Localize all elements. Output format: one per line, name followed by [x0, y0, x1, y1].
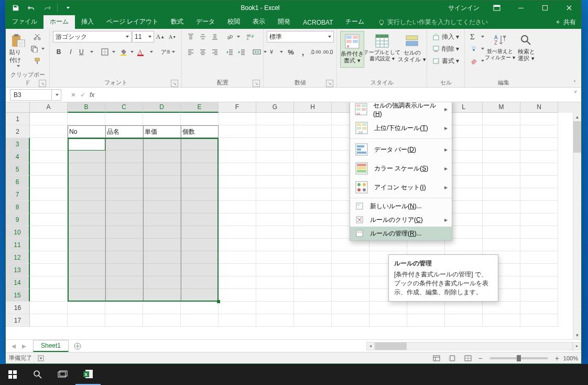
cell-E12[interactable] [181, 251, 219, 264]
tab-home[interactable]: ホーム [43, 15, 75, 29]
cell-F3[interactable] [219, 138, 256, 151]
cell-G14[interactable] [256, 276, 294, 289]
fill-color-button[interactable] [117, 46, 135, 58]
col-header-N[interactable]: N [520, 102, 558, 113]
menu-clear-rules[interactable]: ルールのクリア(C) ▸ [350, 213, 452, 227]
cell-J17[interactable] [369, 314, 407, 327]
cell-F7[interactable] [219, 188, 256, 201]
cell-G12[interactable] [256, 251, 294, 264]
row-header-2[interactable]: 2 [6, 125, 30, 138]
font-dialog-launcher[interactable]: ↘ [171, 80, 178, 87]
cell-B4[interactable] [68, 151, 105, 163]
cell-M17[interactable] [483, 314, 520, 327]
increase-decimal-button[interactable]: .0.00 [310, 46, 321, 58]
tellme-box[interactable]: 実行したい作業を入力してください [374, 16, 492, 29]
menu-data-bars[interactable]: データ バー(D) ▸ [350, 140, 452, 159]
cell-F4[interactable] [219, 151, 256, 163]
cell-M11[interactable] [483, 239, 520, 251]
cell-A3[interactable] [30, 138, 68, 151]
cell-E13[interactable] [181, 264, 219, 276]
zoom-in-button[interactable]: + [555, 354, 559, 362]
vertical-scrollbar[interactable]: ▲ ▼ [573, 113, 581, 339]
cell-E11[interactable] [181, 239, 219, 251]
name-box-dropdown[interactable] [51, 90, 61, 100]
cell-B5[interactable] [68, 163, 105, 176]
cell-M4[interactable] [483, 151, 520, 163]
cell-H14[interactable] [294, 276, 332, 289]
number-dialog-launcher[interactable]: ↘ [326, 80, 333, 87]
cell-N16[interactable] [520, 302, 558, 314]
insert-function-button[interactable]: fx [90, 91, 94, 99]
cell-A2[interactable] [30, 125, 68, 138]
cell-B6[interactable] [68, 176, 105, 188]
cell-F6[interactable] [219, 176, 256, 188]
cell-C7[interactable] [105, 188, 143, 201]
borders-button[interactable] [99, 46, 117, 58]
enter-formula-button[interactable]: ✓ [80, 91, 85, 99]
cell-G9[interactable] [256, 213, 294, 226]
cell-N6[interactable] [520, 176, 558, 188]
cell-B15[interactable] [68, 289, 105, 302]
cell-C16[interactable] [105, 302, 143, 314]
cell-A16[interactable] [30, 302, 68, 314]
increase-indent-button[interactable] [236, 46, 247, 58]
cell-J16[interactable] [369, 302, 407, 314]
row-header-4[interactable]: 4 [6, 151, 30, 163]
align-bottom-button[interactable] [209, 31, 221, 42]
alignment-dialog-launcher[interactable]: ↘ [253, 80, 260, 87]
cell-A1[interactable] [30, 113, 68, 125]
col-header-A[interactable]: A [30, 102, 68, 113]
cell-B8[interactable] [68, 201, 105, 213]
cell-A13[interactable] [30, 264, 68, 276]
task-view-button[interactable] [50, 364, 75, 385]
orientation-button[interactable]: ab [224, 31, 242, 42]
cell-N17[interactable] [520, 314, 558, 327]
tab-team[interactable]: チーム [339, 15, 371, 29]
cell-F17[interactable] [219, 314, 256, 327]
cell-H1[interactable] [294, 113, 332, 125]
find-select-button[interactable]: 検索と 選択 ▾ [514, 31, 538, 68]
cell-D10[interactable] [143, 226, 181, 239]
delete-cells-button[interactable]: 削除 ▾ [430, 43, 464, 55]
cell-B14[interactable] [68, 276, 105, 289]
expand-formula-bar[interactable]: ˅ [570, 89, 581, 101]
cell-D4[interactable] [143, 151, 181, 163]
cell-N2[interactable] [520, 125, 558, 138]
cell-F5[interactable] [219, 163, 256, 176]
clear-button[interactable] [468, 55, 486, 67]
cell-N8[interactable] [520, 201, 558, 213]
cell-K17[interactable] [407, 314, 445, 327]
search-button[interactable] [25, 364, 50, 385]
cell-C2[interactable]: 品名 [105, 125, 143, 138]
cell-E10[interactable] [181, 226, 219, 239]
fill-button[interactable] [468, 43, 486, 55]
cell-G1[interactable] [256, 113, 294, 125]
cell-G16[interactable] [256, 302, 294, 314]
cell-E1[interactable] [181, 113, 219, 125]
cell-C6[interactable] [105, 176, 143, 188]
row-header-3[interactable]: 3 [6, 138, 30, 151]
row-header-5[interactable]: 5 [6, 163, 30, 176]
maximize-button[interactable] [533, 1, 557, 15]
col-header-G[interactable]: G [256, 102, 294, 113]
bold-button[interactable]: B [53, 46, 64, 58]
row-header-6[interactable]: 6 [6, 176, 30, 188]
view-page-break-button[interactable] [462, 354, 474, 363]
cell-F2[interactable] [219, 125, 256, 138]
cell-H13[interactable] [294, 264, 332, 276]
conditional-formatting-button[interactable]: ≠ 条件付き 書式 ▾ [340, 31, 364, 68]
comma-button[interactable]: , [297, 46, 309, 58]
cell-N10[interactable] [520, 226, 558, 239]
font-name-combo[interactable]: 游ゴシック [53, 31, 132, 42]
cell-B10[interactable] [68, 226, 105, 239]
cell-C3[interactable] [105, 138, 143, 151]
cell-M3[interactable] [483, 138, 520, 151]
cell-N14[interactable] [520, 276, 558, 289]
font-size-combo[interactable]: 11 [132, 31, 154, 42]
cell-B9[interactable] [68, 213, 105, 226]
minimize-button[interactable] [509, 1, 533, 15]
tab-view[interactable]: 表示 [246, 15, 271, 29]
sort-filter-button[interactable]: AZ 並べ替えと フィルター ▾ [488, 31, 512, 68]
share-button[interactable]: 共有 [549, 16, 581, 29]
cell-E4[interactable] [181, 151, 219, 163]
